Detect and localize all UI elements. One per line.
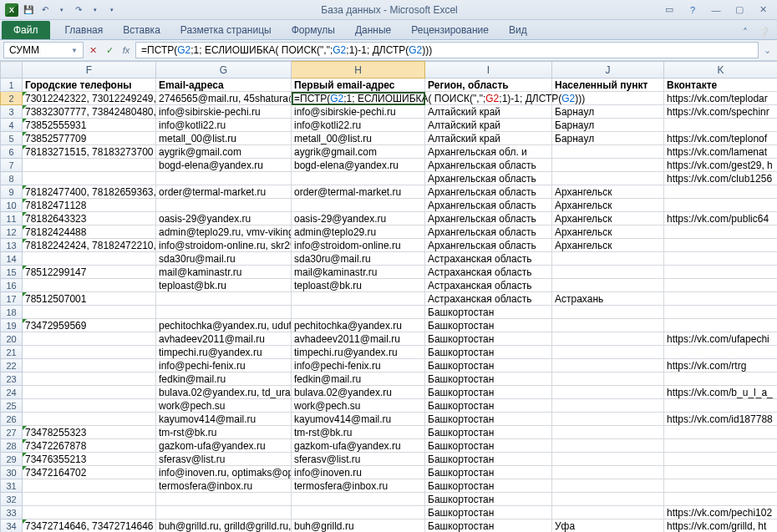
cell[interactable]: Алтайский край — [425, 105, 552, 119]
cell[interactable]: 78182242424, 78182472210, 7818 — [23, 239, 156, 252]
row-header[interactable]: 34 — [1, 519, 23, 533]
cell[interactable] — [552, 266, 664, 279]
row-header[interactable]: 32 — [1, 493, 23, 506]
cell[interactable]: fedkin@mail.ru — [156, 372, 292, 386]
cell[interactable]: https://vk.com/teplonof — [664, 132, 778, 145]
cell[interactable] — [552, 506, 664, 519]
cell[interactable] — [552, 306, 664, 319]
cell[interactable]: termosfera@inbox.ru — [292, 479, 425, 493]
cell[interactable]: 73478255323 — [23, 426, 156, 439]
cell[interactable] — [664, 453, 778, 466]
cell[interactable]: info@stroidom-online.ru, skr29 — [156, 239, 292, 252]
ribbon-tab[interactable]: Разметка страницы — [170, 21, 282, 39]
spreadsheet-grid[interactable]: FGHIJK1Городские телефоныEmail-адресаПер… — [0, 61, 777, 532]
row-header[interactable]: 6 — [1, 145, 23, 159]
cell[interactable]: Архангельск — [552, 199, 664, 212]
close-icon[interactable]: ✕ — [754, 4, 772, 16]
row-header[interactable]: 7 — [1, 159, 23, 172]
row-header[interactable]: 8 — [1, 172, 23, 185]
ribbon-minimizer-icon[interactable]: ˄ — [739, 26, 752, 39]
cell[interactable] — [664, 199, 778, 212]
row-header[interactable]: 14 — [1, 252, 23, 266]
cell[interactable] — [23, 506, 156, 519]
file-tab[interactable]: Файл — [2, 21, 50, 39]
ribbon-help-icon[interactable]: ❔ — [757, 26, 770, 39]
row-header[interactable]: 15 — [1, 266, 23, 279]
cell[interactable]: pechitochka@yandex.ru, udufa — [156, 319, 292, 332]
cell[interactable]: order@termal-market.ru — [156, 185, 292, 199]
cell[interactable]: Архангельск — [552, 225, 664, 239]
cell[interactable]: sda30ru@mail.ru — [156, 252, 292, 266]
cell[interactable]: Башкортостан — [425, 519, 552, 533]
cell[interactable] — [552, 479, 664, 493]
cell[interactable]: info@kotli22.ru — [156, 119, 292, 132]
cell[interactable] — [664, 399, 778, 413]
cell[interactable] — [664, 119, 778, 132]
cell[interactable]: sferasv@list.ru — [292, 453, 425, 466]
ribbon-tab[interactable]: Вид — [499, 21, 537, 39]
cell[interactable]: Барнаул — [552, 105, 664, 119]
cell[interactable] — [664, 439, 778, 453]
cell[interactable]: Архангельская область — [425, 159, 552, 172]
redo-dropdown-icon[interactable]: ▾ — [89, 3, 102, 17]
cell[interactable]: buh@grilld.ru, grilld@grilld.ru, — [156, 519, 292, 533]
cell[interactable]: 73472959569 — [23, 319, 156, 332]
ribbon-tab[interactable]: Рецензирование — [401, 21, 499, 39]
cell[interactable]: =ПСТР(G2;1; ЕСЛИОШИБКА( ПОИСК(",";G2;1)-… — [292, 92, 425, 105]
cell[interactable]: Башкортостан — [425, 372, 552, 386]
cell[interactable] — [552, 159, 664, 172]
cell[interactable] — [552, 386, 664, 399]
cell[interactable] — [23, 172, 156, 185]
cell[interactable]: https://vk.com/ufapechi — [664, 332, 778, 346]
cell[interactable] — [156, 172, 292, 185]
cell[interactable]: 73472714646, 73472714646 — [23, 519, 156, 533]
row-header[interactable]: 17 — [1, 292, 23, 306]
cell[interactable]: info@inoven.ru — [292, 466, 425, 479]
cell[interactable]: Башкортостан — [425, 506, 552, 519]
cell[interactable]: 78182471128 — [23, 199, 156, 212]
cell[interactable] — [156, 493, 292, 506]
header-cell[interactable]: Населенный пункт — [552, 79, 664, 92]
ribbon-tab[interactable]: Главная — [55, 21, 114, 39]
cell[interactable] — [156, 506, 292, 519]
cell[interactable]: admin@teplo29.ru, vmv-viking — [156, 225, 292, 239]
cell[interactable]: info@stroidom-online.ru — [292, 239, 425, 252]
column-header[interactable]: I — [425, 62, 552, 79]
cell[interactable]: sferasv@list.ru — [156, 453, 292, 466]
cell[interactable] — [552, 346, 664, 359]
cell[interactable]: Башкортостан — [425, 346, 552, 359]
cell[interactable]: Башкортостан — [425, 413, 552, 426]
cell[interactable] — [664, 292, 778, 306]
fx-button[interactable]: fx — [119, 43, 134, 58]
row-header[interactable]: 18 — [1, 306, 23, 319]
cell[interactable]: Башкортостан — [425, 479, 552, 493]
cell[interactable] — [664, 493, 778, 506]
cell[interactable]: https://vk.com/club1256 — [664, 172, 778, 185]
cell[interactable] — [664, 306, 778, 319]
cell[interactable] — [23, 306, 156, 319]
cell[interactable]: Барнаул — [552, 132, 664, 145]
cell[interactable]: pechitochka@yandex.ru — [292, 319, 425, 332]
cell[interactable]: Астраханская область — [425, 252, 552, 266]
cell[interactable]: tm-rst@bk.ru — [156, 426, 292, 439]
formula-bar-expand-icon[interactable]: ⌄ — [760, 45, 774, 56]
header-cell[interactable]: Первый email-адрес — [292, 79, 425, 92]
cell[interactable]: https://vk.com/spechinr — [664, 105, 778, 119]
cell[interactable]: aygrik@gmail.com — [156, 145, 292, 159]
cell[interactable]: https://vk.com/gest29, h — [664, 159, 778, 172]
cell[interactable] — [23, 359, 156, 372]
cell[interactable]: Архангельская область — [425, 225, 552, 239]
cell[interactable]: work@pech.su — [292, 399, 425, 413]
cell[interactable]: bogd-elena@yandex.ru — [292, 159, 425, 172]
cell[interactable]: Башкортостан — [425, 453, 552, 466]
row-header[interactable]: 4 — [1, 119, 23, 132]
cell[interactable]: 78512507001 — [23, 292, 156, 306]
cell[interactable] — [23, 372, 156, 386]
row-header[interactable]: 16 — [1, 279, 23, 292]
cell[interactable] — [552, 453, 664, 466]
cell[interactable]: 73012242322, 73012249249, 7301 — [23, 92, 156, 105]
cell[interactable] — [23, 399, 156, 413]
cell[interactable] — [156, 199, 292, 212]
cell[interactable] — [23, 159, 156, 172]
cell[interactable]: Башкортостан — [425, 399, 552, 413]
